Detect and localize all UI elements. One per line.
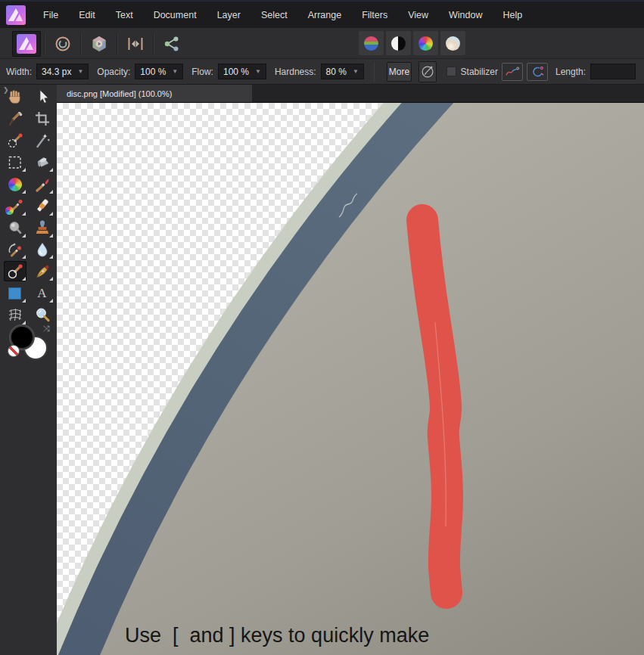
- photo-persona-button[interactable]: [12, 31, 41, 57]
- menu-window[interactable]: Window: [447, 8, 484, 23]
- flood-fill-tool[interactable]: [31, 152, 54, 172]
- menu-view[interactable]: View: [406, 8, 430, 23]
- text-tool[interactable]: A: [31, 283, 54, 303]
- context-toolbar: Width: 34.3 px ▼ Opacity: 100 % ▼ Flow: …: [0, 59, 644, 85]
- menu-select[interactable]: Select: [260, 8, 289, 23]
- tool-flyout-indicator: [22, 255, 26, 259]
- auto-contrast-icon: [391, 36, 406, 51]
- menu-items: File Edit Text Document Layer Select Arr…: [42, 8, 541, 23]
- water-drop-icon: [34, 241, 51, 258]
- toolbar-separator: [374, 62, 375, 82]
- tool-flyout-indicator: [22, 190, 26, 194]
- smudge-tool[interactable]: [4, 239, 26, 259]
- dodge-brush-icon: [7, 219, 23, 236]
- chevron-down-icon[interactable]: ▼: [347, 68, 359, 75]
- length-label: Length:: [555, 67, 586, 77]
- menu-text[interactable]: Text: [114, 8, 135, 23]
- hardness-label: Hardness:: [275, 67, 316, 77]
- rectangle-tool[interactable]: [4, 283, 26, 303]
- document-canvas[interactable]: Use [ and ] keys to quickly make the bru…: [57, 102, 644, 655]
- tool-flyout-indicator: [49, 168, 53, 172]
- tool-flyout-indicator: [49, 277, 53, 281]
- width-field[interactable]: 34.3 px ▼: [36, 64, 89, 79]
- move-tool[interactable]: [31, 87, 54, 107]
- toolbar-separator: [44, 33, 45, 54]
- auto-contrast-button[interactable]: [386, 31, 411, 55]
- annotation-line-1: Use [ and ] keys to quickly make: [125, 622, 429, 649]
- window-stabilizer-toggle[interactable]: [527, 63, 548, 81]
- stabilizer-label: Stabilizer: [461, 67, 498, 77]
- auto-white-balance-button[interactable]: [440, 31, 465, 55]
- more-button[interactable]: More: [387, 62, 411, 82]
- opacity-field[interactable]: 100 % ▼: [135, 64, 183, 79]
- tool-flyout-indicator: [22, 168, 26, 172]
- hardness-value: 80 %: [326, 67, 347, 77]
- flood-select-tool[interactable]: [31, 130, 54, 151]
- paint-mixer-brush-tool[interactable]: [4, 261, 26, 281]
- menu-file[interactable]: File: [42, 8, 60, 23]
- paint-bucket-icon: [34, 154, 51, 171]
- stabilizer-checkbox[interactable]: [446, 67, 456, 76]
- document-tab[interactable]: disc.png [Modified] (100.0%): [57, 85, 252, 102]
- zoom-tool[interactable]: [31, 305, 54, 325]
- flow-field[interactable]: 100 % ▼: [218, 64, 266, 79]
- hardness-field[interactable]: 80 % ▼: [321, 64, 364, 79]
- blur-tool[interactable]: [31, 239, 54, 259]
- cursor-icon: [34, 88, 51, 105]
- auto-colours-icon: [418, 36, 433, 51]
- flow-label: Flow:: [191, 67, 213, 77]
- color-picker-tool[interactable]: [4, 109, 26, 129]
- gradient-tool[interactable]: [4, 174, 26, 194]
- menu-help[interactable]: Help: [502, 8, 524, 23]
- tool-flyout-indicator: [49, 234, 53, 237]
- menu-document[interactable]: Document: [152, 8, 198, 23]
- document-tab-bar: disc.png [Modified] (100.0%): [57, 85, 644, 102]
- marquee-select-tool[interactable]: [4, 152, 26, 172]
- color-replacement-brush-tool[interactable]: [4, 196, 26, 216]
- tool-flyout-indicator: [22, 212, 26, 216]
- length-field[interactable]: [590, 64, 636, 79]
- tool-flyout-indicator: [49, 212, 53, 216]
- document-tab-title: disc.png [Modified] (100.0%): [67, 89, 172, 98]
- crop-tool[interactable]: [31, 109, 54, 129]
- tone-mapping-persona-button[interactable]: [121, 31, 150, 57]
- no-color-swatch[interactable]: [8, 345, 20, 357]
- color-well: ⤨: [8, 324, 53, 363]
- rectangle-icon: [7, 285, 23, 302]
- swap-colors-icon[interactable]: ⤨: [43, 324, 50, 334]
- chevron-down-icon[interactable]: ▼: [249, 68, 261, 75]
- more-button-label: More: [389, 67, 409, 77]
- liquify-persona-button[interactable]: [48, 31, 77, 57]
- flow-value: 100 %: [223, 67, 249, 77]
- view-tool[interactable]: [4, 87, 26, 107]
- opacity-value: 100 %: [140, 67, 166, 77]
- selection-brush-tool[interactable]: [4, 130, 26, 151]
- menu-edit[interactable]: Edit: [77, 8, 97, 23]
- rope-stabilizer-toggle[interactable]: [502, 63, 523, 81]
- clone-stamp-tool[interactable]: [31, 218, 54, 238]
- crop-icon: [34, 110, 51, 127]
- brush-editor-button[interactable]: [418, 61, 437, 82]
- dodge-brush-tool[interactable]: [4, 218, 26, 238]
- paint-brush-tool[interactable]: [31, 174, 54, 194]
- chevron-down-icon[interactable]: ▼: [166, 68, 178, 75]
- menu-filters[interactable]: Filters: [360, 8, 389, 23]
- chevron-down-icon[interactable]: ▼: [71, 68, 83, 75]
- toolbar-separator: [153, 33, 154, 54]
- canvas-annotation: Use [ and ] keys to quickly make the bru…: [125, 570, 429, 655]
- erase-tool[interactable]: [31, 196, 54, 216]
- pen-tool[interactable]: [31, 261, 54, 281]
- menu-layer[interactable]: Layer: [216, 8, 242, 23]
- photo-persona-icon: [17, 34, 36, 54]
- brush-circle-icon: [419, 64, 436, 80]
- export-persona-icon: [162, 34, 182, 54]
- auto-levels-button[interactable]: [359, 31, 384, 55]
- magic-wand-icon: [34, 132, 51, 149]
- export-persona-button[interactable]: [157, 31, 186, 57]
- mesh-warp-tool[interactable]: [4, 305, 26, 325]
- develop-persona-button[interactable]: [85, 31, 114, 57]
- menu-arrange[interactable]: Arrange: [306, 8, 343, 23]
- auto-colours-button[interactable]: [413, 31, 438, 55]
- develop-persona-icon: [89, 34, 109, 54]
- tone-mapping-persona-icon: [126, 34, 145, 54]
